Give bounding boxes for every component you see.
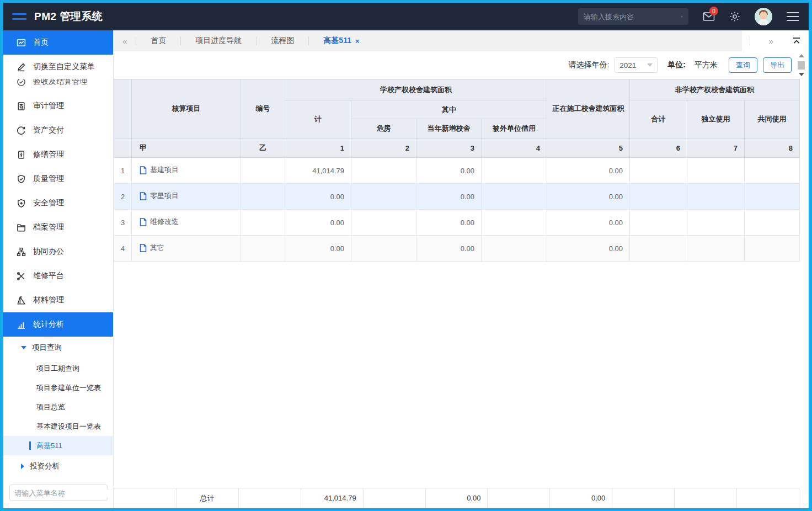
header-code: 编号 xyxy=(241,79,285,139)
sidebar-group-project-query[interactable]: 项目查询 xyxy=(3,337,113,359)
sidebar-clip: 验收及结算管理 xyxy=(3,79,113,94)
header-total: 计 xyxy=(285,100,351,139)
user-avatar[interactable] xyxy=(755,8,772,25)
header-sum: 合计 xyxy=(630,100,687,139)
home-chart-icon xyxy=(17,38,26,47)
report-table-zone: 核算项目 编号 学校产权校舍建筑面积 正在施工校舍建筑面积 非学校产权校舍建筑面… xyxy=(114,79,809,508)
header-borrowed: 被外单位借用 xyxy=(482,119,547,139)
collapse-tabs-icon[interactable] xyxy=(792,37,801,45)
scroll-up-icon[interactable] xyxy=(799,54,804,57)
sidebar-item-home[interactable]: 首页 xyxy=(3,30,113,55)
global-search-input[interactable] xyxy=(584,13,681,21)
header-independent: 独立使用 xyxy=(687,100,745,139)
index-row: 甲 乙 1 2 3 4 5 6 7 8 xyxy=(114,139,800,158)
scroll-thumb[interactable] xyxy=(798,61,805,70)
document-icon xyxy=(140,192,147,200)
sidebar-item-archive[interactable]: 档案管理 xyxy=(3,215,113,239)
sidebar-item-safety[interactable]: 安全管理 xyxy=(3,191,113,215)
caret-down-icon xyxy=(21,346,26,349)
sidebar-item-collaboration[interactable]: 协同办公 xyxy=(3,239,113,264)
gear-icon xyxy=(729,11,740,22)
tab-home[interactable]: 首页 xyxy=(136,36,180,46)
org-chart-icon xyxy=(17,247,26,257)
header-group-nonschool: 非学校产权校舍建筑面积 xyxy=(630,79,800,100)
table-row[interactable]: 1 基建项目 41,014.79 0.00 0.00 xyxy=(114,158,800,184)
sidebar-item-custom-menu[interactable]: 切换至自定义菜单 xyxy=(3,55,113,79)
sidebar-item-capital-projects[interactable]: 基本建设项目一览表 xyxy=(3,417,113,436)
toolbar: 请选择年份: 2021 单位: 平方米 查询 导出 xyxy=(114,51,809,79)
tab-flowchart[interactable]: 流程图 xyxy=(257,36,308,46)
sidebar-item-statistics[interactable]: 统计分析 xyxy=(3,312,113,337)
sidebar-item-project-duration[interactable]: 项目工期查询 xyxy=(3,359,113,378)
settings-button[interactable] xyxy=(729,11,740,22)
year-select-label: 请选择年份: xyxy=(568,60,609,70)
sidebar-group-investment[interactable]: 投资分析 xyxy=(3,455,113,477)
sidebar-item-asset-delivery[interactable]: 资产交付 xyxy=(3,118,113,142)
sidebar-item-acceptance[interactable]: 验收及结算管理 xyxy=(3,79,113,94)
tab-bar: « 首页 项目进度导航 流程图 高基511 × » xyxy=(114,30,809,51)
app-title: PM2 管理系统 xyxy=(34,9,103,24)
row-link[interactable]: 其它 xyxy=(140,243,164,253)
circle-check-icon xyxy=(17,79,26,87)
app-window: PM2 管理系统 0 xyxy=(0,0,812,511)
row-link[interactable]: 基建项目 xyxy=(140,165,179,175)
sidebar: 首页 切换至自定义菜单 验收及结算管理 审计管理 xyxy=(3,30,114,508)
vertical-scrollbar[interactable] xyxy=(797,53,805,77)
sidebar-item-audit[interactable]: 审计管理 xyxy=(3,94,113,118)
sidebar-item-quality[interactable]: 质量管理 xyxy=(3,167,113,191)
query-button[interactable]: 查询 xyxy=(729,57,757,73)
caret-right-icon xyxy=(21,464,24,469)
sidebar-search-input[interactable] xyxy=(15,489,112,497)
table-row[interactable]: 3 维修改造 0.00 0.00 0.00 xyxy=(114,210,800,236)
navbar-right: 0 xyxy=(578,8,799,25)
tab-gaoji511[interactable]: 高基511 × xyxy=(309,36,373,46)
tab-close-icon[interactable]: × xyxy=(355,37,360,45)
sidebar-search xyxy=(3,477,113,508)
shield-plus-icon xyxy=(17,199,26,208)
header-shared: 共同使用 xyxy=(745,100,800,139)
sidebar-search-box[interactable] xyxy=(9,485,108,501)
table-row[interactable]: 4 其它 0.00 0.00 0.00 xyxy=(114,236,800,262)
pencil-icon xyxy=(17,62,26,72)
header-new: 当年新增校舍 xyxy=(416,119,482,139)
total-row: 总计 41,014.79 0.00 0.00 xyxy=(114,488,799,508)
year-select[interactable]: 2021 xyxy=(615,57,658,73)
folder-icon xyxy=(17,223,26,232)
sidebar-item-project-units[interactable]: 项目参建单位一览表 xyxy=(3,378,113,397)
table-footer: 总计 41,014.79 0.00 0.00 xyxy=(114,488,799,508)
tab-progress-nav[interactable]: 项目进度导航 xyxy=(181,36,256,46)
header-group-school: 学校产权校舍建筑面积 xyxy=(285,79,547,100)
sidebar-item-maintenance[interactable]: 维修平台 xyxy=(3,264,113,288)
scroll-down-icon[interactable] xyxy=(799,73,804,76)
header-row-index xyxy=(114,79,132,139)
search-icon xyxy=(681,12,683,21)
table-row[interactable]: 2 零星项目 0.00 0.00 0.00 xyxy=(114,184,800,210)
document-icon xyxy=(140,166,147,174)
messages-button[interactable]: 0 xyxy=(703,12,715,22)
unit-label: 单位: xyxy=(667,60,686,70)
navbar-menu-icon[interactable] xyxy=(787,12,799,21)
tabs-scroll-left-icon[interactable]: « xyxy=(114,36,136,46)
row-link[interactable]: 维修改造 xyxy=(140,217,179,227)
sidebar-item-gaoji511[interactable]: 高基511 xyxy=(3,436,113,455)
shield-check-icon xyxy=(17,174,26,184)
document-icon xyxy=(140,218,147,226)
header-construction: 正在施工校舍建筑面积 xyxy=(547,79,630,139)
row-link[interactable]: 零星项目 xyxy=(140,191,179,201)
material-ruler-icon xyxy=(17,296,26,305)
header-item: 核算项目 xyxy=(132,79,241,139)
tabs-scroll-right-icon[interactable]: » xyxy=(760,36,782,46)
sidebar-item-material[interactable]: 材料管理 xyxy=(3,288,113,312)
global-search[interactable] xyxy=(578,8,688,25)
tab-bar-controls: » xyxy=(742,30,809,51)
doc-bolt-icon xyxy=(17,150,26,159)
sidebar-item-project-overview[interactable]: 项目总览 xyxy=(3,397,113,417)
sidebar-toggle-icon[interactable] xyxy=(12,13,26,20)
empty-area xyxy=(114,262,809,488)
export-button[interactable]: 导出 xyxy=(763,57,792,73)
chevron-down-icon xyxy=(647,63,653,67)
unit-value: 平方米 xyxy=(695,60,718,70)
message-count-badge: 0 xyxy=(709,7,718,15)
bar-chart-icon xyxy=(17,320,26,329)
sidebar-item-repair[interactable]: 修缮管理 xyxy=(3,142,113,167)
